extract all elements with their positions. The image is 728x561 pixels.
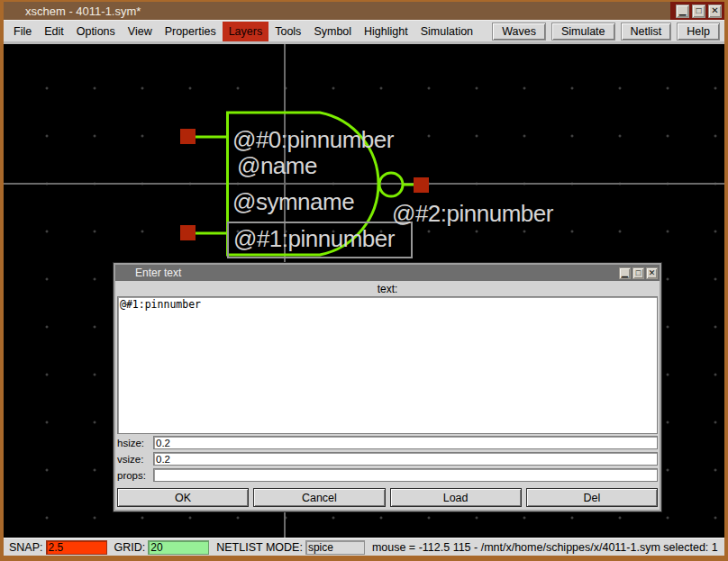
menu-simulation[interactable]: Simulation (414, 22, 479, 41)
dialog-minimize-icon[interactable]: ▁ (619, 267, 631, 279)
help-button[interactable]: Help (677, 23, 720, 41)
grid-label: GRID: (114, 541, 146, 554)
statusbar: SNAP: GRID: NETLIST MODE: mouse = -112.5… (4, 538, 724, 556)
window-controls: ▁ □ ✕ (670, 2, 724, 20)
window-title: xschem - 4011-1.sym* (4, 5, 670, 18)
maximize-icon[interactable]: □ (692, 5, 705, 18)
del-button[interactable]: Del (526, 488, 658, 507)
menu-items: File Edit Options View Properties Layers… (4, 21, 492, 41)
label-pin0-pinnumber[interactable]: @#0:pinnumber (232, 128, 394, 151)
label-symname[interactable]: @symname (232, 190, 354, 213)
menu-file[interactable]: File (7, 22, 38, 41)
menu-symbol[interactable]: Symbol (307, 22, 358, 41)
dialog-controls: ▁ □ ✕ (619, 267, 660, 279)
label-pin2-pinnumber[interactable]: @#2:pinnumber (392, 202, 553, 225)
menu-highlight[interactable]: Highlight (358, 22, 414, 41)
dialog-close-icon[interactable]: ✕ (646, 267, 658, 279)
menu-view[interactable]: View (122, 22, 159, 41)
hsize-label: hsize: (117, 438, 153, 448)
dialog-maximize-icon[interactable]: □ (632, 267, 644, 279)
netlist-mode-label: NETLIST MODE: (216, 541, 303, 554)
hsize-field[interactable] (153, 436, 658, 449)
inversion-bubble[interactable] (379, 173, 403, 196)
ok-button[interactable]: OK (117, 488, 249, 507)
load-button[interactable]: Load (390, 488, 522, 507)
snap-label: SNAP: (9, 541, 43, 554)
input-pin1-square[interactable] (180, 225, 196, 240)
hsize-row: hsize: (117, 435, 658, 450)
vsize-field[interactable] (153, 452, 658, 466)
menubar: File Edit Options View Properties Layers… (4, 20, 724, 41)
dialog-body: text: @#1:pinnumber hsize: vsize: props:… (115, 281, 660, 510)
simulate-button[interactable]: Simulate (551, 23, 615, 41)
props-row: props: (117, 467, 658, 483)
label-pin1-pinnumber[interactable]: @#1:pinnumber (233, 227, 395, 250)
grid-field[interactable] (148, 540, 209, 555)
menu-layers[interactable]: Layers (223, 22, 269, 41)
cancel-button[interactable]: Cancel (253, 488, 385, 507)
menu-options[interactable]: Options (70, 22, 122, 41)
menu-tools[interactable]: Tools (268, 22, 307, 41)
dialog-titlebar[interactable]: Enter text ▁ □ ✕ (115, 265, 660, 281)
dialog-buttons: OK Cancel Load Del (117, 488, 658, 507)
snap-field[interactable] (46, 540, 107, 555)
minimize-icon[interactable]: ▁ (676, 5, 689, 18)
enter-text-dialog: Enter text ▁ □ ✕ text: @#1:pinnumber hsi… (113, 262, 662, 512)
text-input-area[interactable]: @#1:pinnumber (117, 296, 658, 434)
props-label: props: (117, 470, 153, 481)
netlist-button[interactable]: Netlist (621, 23, 672, 41)
waves-button[interactable]: Waves (492, 23, 546, 41)
netlist-mode-field[interactable] (305, 540, 365, 555)
menu-edit[interactable]: Edit (38, 22, 70, 41)
xschem-window: xschem - 4011-1.sym* ▁ □ ✕ File Edit Opt… (0, 0, 728, 561)
input-pin0-square[interactable] (180, 129, 196, 144)
menu-properties[interactable]: Properties (159, 22, 223, 41)
text-field-label: text: (117, 283, 658, 296)
titlebar[interactable]: xschem - 4011-1.sym* ▁ □ ✕ (4, 2, 724, 20)
label-name[interactable]: @name (237, 154, 317, 177)
vsize-row: vsize: (117, 451, 658, 466)
mouse-status-text: mouse = -112.5 115 - /mnt/x/home/schippe… (372, 541, 718, 554)
schematic-canvas[interactable]: @#0:pinnumber @name @symname @#1:pinnumb… (4, 41, 724, 538)
menu-toolbar-buttons: Waves Simulate Netlist Help (492, 23, 724, 41)
output-pin-square[interactable] (414, 177, 429, 193)
close-icon[interactable]: ✕ (708, 5, 722, 18)
props-field[interactable] (153, 468, 658, 482)
dialog-title: Enter text (115, 267, 619, 279)
vsize-label: vsize: (117, 454, 153, 465)
